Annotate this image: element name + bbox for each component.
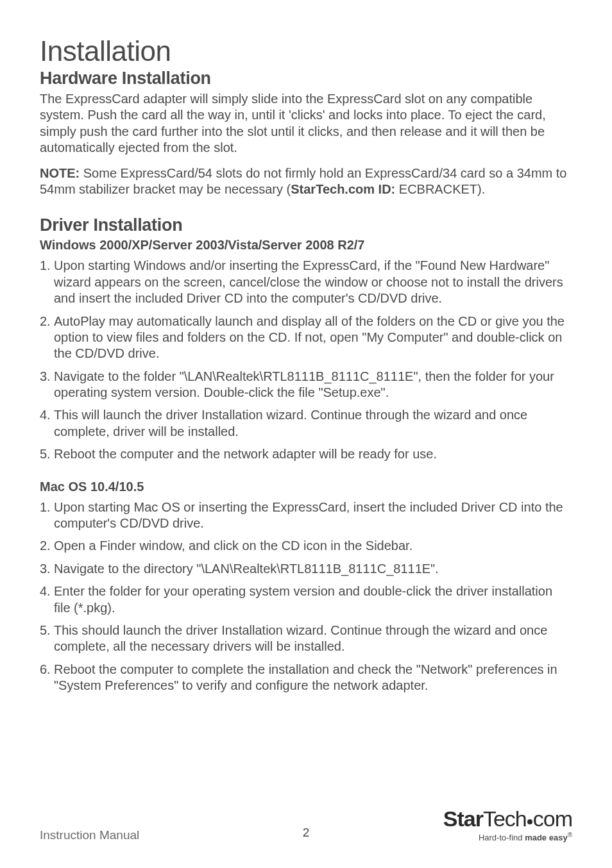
windows-steps-list: 1.Upon starting Windows and/or inserting… bbox=[40, 258, 572, 462]
step-number: 5. bbox=[40, 622, 51, 638]
page-title: Installation bbox=[40, 35, 572, 67]
list-item: 3.Navigate to the folder "\LAN\Realtek\R… bbox=[40, 369, 572, 401]
note-label: NOTE: bbox=[40, 166, 80, 180]
step-number: 3. bbox=[40, 561, 51, 577]
note-text-2: ECBRACKET). bbox=[395, 182, 485, 196]
list-item: 2.Open a Finder window, and click on the… bbox=[40, 538, 572, 554]
logo-text: StarTechcom bbox=[443, 808, 572, 830]
step-text: This should launch the driver Installati… bbox=[54, 623, 547, 653]
step-number: 2. bbox=[40, 313, 51, 330]
step-number: 4. bbox=[40, 407, 51, 423]
page-number: 2 bbox=[303, 826, 310, 840]
step-text: This will launch the driver Installation… bbox=[54, 408, 527, 438]
list-item: 3.Navigate to the directory "\LAN\Realte… bbox=[40, 561, 572, 577]
list-item: 2.AutoPlay may automatically launch and … bbox=[40, 313, 572, 362]
hardware-note: NOTE: Some ExpressCard/54 slots do not f… bbox=[40, 165, 572, 198]
step-text: Enter the folder for your operating syst… bbox=[54, 584, 552, 614]
step-number: 4. bbox=[40, 583, 51, 599]
tagline-2: made easy bbox=[525, 833, 568, 842]
step-text: Open a Finder window, and click on the C… bbox=[54, 538, 412, 553]
step-number: 5. bbox=[40, 446, 51, 462]
step-text: Reboot the computer to complete the inst… bbox=[54, 662, 557, 692]
step-number: 1. bbox=[40, 258, 51, 274]
mac-steps-list: 1.Upon starting Mac OS or inserting the … bbox=[40, 499, 572, 694]
logo-tagline: Hard-to-find made easy® bbox=[443, 831, 572, 842]
tagline-1: Hard-to-find bbox=[479, 833, 525, 842]
list-item: 5.Reboot the computer and the network ad… bbox=[40, 446, 572, 462]
page-footer: Instruction Manual 2 StarTechcom Hard-to… bbox=[40, 808, 572, 842]
step-text: AutoPlay may automatically launch and di… bbox=[54, 314, 565, 361]
step-text: Navigate to the directory "\LAN\Realtek\… bbox=[54, 562, 439, 576]
step-text: Navigate to the folder "\LAN\Realtek\RTL… bbox=[54, 369, 554, 399]
footer-doc-title: Instruction Manual bbox=[40, 828, 139, 842]
step-number: 6. bbox=[40, 662, 51, 678]
hardware-heading: Hardware Installation bbox=[40, 69, 572, 88]
list-item: 4.Enter the folder for your operating sy… bbox=[40, 583, 572, 616]
step-text: Reboot the computer and the network adap… bbox=[54, 447, 437, 461]
note-bold-id: StarTech.com ID: bbox=[291, 182, 395, 196]
hardware-paragraph: The ExpressCard adapter will simply slid… bbox=[40, 91, 572, 156]
logo-dot-icon bbox=[527, 819, 532, 824]
step-text: Upon starting Mac OS or inserting the Ex… bbox=[54, 500, 563, 530]
step-number: 2. bbox=[40, 538, 51, 554]
logo-part-1: Star bbox=[443, 806, 483, 831]
logo-part-3: com bbox=[533, 806, 572, 831]
list-item: 5.This should launch the driver Installa… bbox=[40, 622, 572, 655]
step-text: Upon starting Windows and/or inserting t… bbox=[54, 258, 563, 305]
mac-subheading: Mac OS 10.4/10.5 bbox=[40, 480, 572, 494]
windows-subheading: Windows 2000/XP/Server 2003/Vista/Server… bbox=[40, 238, 572, 253]
registered-mark: ® bbox=[568, 831, 572, 839]
list-item: 6.Reboot the computer to complete the in… bbox=[40, 662, 572, 694]
logo-part-2: Tech bbox=[483, 806, 527, 831]
driver-heading: Driver Installation bbox=[40, 215, 572, 235]
list-item: 1.Upon starting Mac OS or inserting the … bbox=[40, 499, 572, 532]
step-number: 1. bbox=[40, 499, 51, 515]
brand-logo: StarTechcom Hard-to-find made easy® bbox=[443, 808, 572, 842]
list-item: 1.Upon starting Windows and/or inserting… bbox=[40, 258, 572, 306]
list-item: 4.This will launch the driver Installati… bbox=[40, 407, 572, 440]
step-number: 3. bbox=[40, 369, 51, 385]
